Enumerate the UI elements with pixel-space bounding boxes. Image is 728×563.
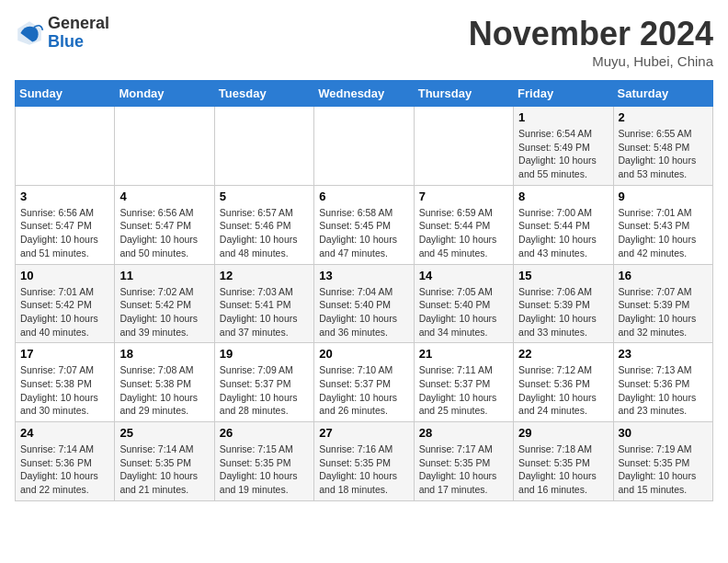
day-number: 1	[518, 110, 608, 124]
day-number: 25	[119, 426, 209, 440]
day-info: Sunrise: 6:54 AM Sunset: 5:49 PM Dayligh…	[518, 127, 608, 181]
day-info: Sunrise: 7:14 AM Sunset: 5:36 PM Dayligh…	[20, 442, 109, 497]
day-info: Sunrise: 7:03 AM Sunset: 5:41 PM Dayligh…	[220, 285, 309, 339]
calendar-cell: 19Sunrise: 7:09 AM Sunset: 5:37 PM Dayli…	[214, 343, 313, 422]
calendar-cell: 22Sunrise: 7:12 AM Sunset: 5:36 PM Dayli…	[514, 343, 613, 422]
day-number: 16	[619, 269, 708, 282]
calendar-cell: 4Sunrise: 6:56 AM Sunset: 5:47 PM Daylig…	[115, 185, 214, 264]
day-number: 13	[319, 269, 408, 282]
day-number: 4	[119, 190, 209, 203]
calendar-cell: 24Sunrise: 7:14 AM Sunset: 5:36 PM Dayli…	[16, 422, 115, 501]
day-info: Sunrise: 6:56 AM Sunset: 5:47 PM Dayligh…	[119, 206, 209, 260]
calendar-cell: 10Sunrise: 7:01 AM Sunset: 5:42 PM Dayli…	[16, 264, 115, 343]
calendar-cell: 26Sunrise: 7:15 AM Sunset: 5:35 PM Dayli…	[214, 422, 313, 501]
calendar-cell: 15Sunrise: 7:06 AM Sunset: 5:39 PM Dayli…	[514, 264, 613, 343]
day-info: Sunrise: 7:01 AM Sunset: 5:42 PM Dayligh…	[20, 285, 109, 339]
calendar-cell: 25Sunrise: 7:14 AM Sunset: 5:35 PM Dayli…	[115, 422, 214, 501]
calendar-table: SundayMondayTuesdayWednesdayThursdayFrid…	[15, 80, 713, 501]
day-info: Sunrise: 6:57 AM Sunset: 5:46 PM Dayligh…	[220, 206, 309, 260]
column-header-wednesday: Wednesday	[314, 81, 414, 107]
day-info: Sunrise: 7:14 AM Sunset: 5:35 PM Dayligh…	[119, 442, 209, 497]
calendar-cell: 13Sunrise: 7:04 AM Sunset: 5:40 PM Dayli…	[314, 264, 414, 343]
calendar-cell: 23Sunrise: 7:13 AM Sunset: 5:36 PM Dayli…	[613, 343, 712, 422]
day-number: 21	[419, 347, 508, 361]
day-number: 30	[619, 426, 708, 440]
calendar-week-4: 17Sunrise: 7:07 AM Sunset: 5:38 PM Dayli…	[16, 343, 713, 422]
calendar-cell: 5Sunrise: 6:57 AM Sunset: 5:46 PM Daylig…	[214, 185, 313, 264]
day-info: Sunrise: 7:13 AM Sunset: 5:36 PM Dayligh…	[619, 363, 708, 418]
day-info: Sunrise: 7:19 AM Sunset: 5:35 PM Dayligh…	[619, 442, 708, 497]
calendar-cell: 28Sunrise: 7:17 AM Sunset: 5:35 PM Dayli…	[414, 422, 513, 501]
day-info: Sunrise: 7:16 AM Sunset: 5:35 PM Dayligh…	[319, 442, 408, 497]
day-info: Sunrise: 7:07 AM Sunset: 5:38 PM Dayligh…	[20, 363, 109, 418]
day-number: 8	[518, 190, 608, 203]
location-subtitle: Muyu, Hubei, China	[469, 53, 713, 69]
day-info: Sunrise: 7:05 AM Sunset: 5:40 PM Dayligh…	[419, 285, 508, 339]
logo: General Blue	[15, 15, 109, 52]
column-header-thursday: Thursday	[414, 81, 513, 107]
day-info: Sunrise: 7:17 AM Sunset: 5:35 PM Dayligh…	[419, 442, 508, 497]
day-info: Sunrise: 7:18 AM Sunset: 5:35 PM Dayligh…	[518, 442, 608, 497]
calendar-week-3: 10Sunrise: 7:01 AM Sunset: 5:42 PM Dayli…	[16, 264, 713, 343]
calendar-cell: 14Sunrise: 7:05 AM Sunset: 5:40 PM Dayli…	[414, 264, 513, 343]
calendar-cell: 21Sunrise: 7:11 AM Sunset: 5:37 PM Dayli…	[414, 343, 513, 422]
column-header-tuesday: Tuesday	[214, 81, 313, 107]
day-number: 24	[20, 426, 109, 440]
calendar-cell: 1Sunrise: 6:54 AM Sunset: 5:49 PM Daylig…	[514, 107, 613, 186]
day-number: 27	[319, 426, 408, 440]
logo-text: General Blue	[48, 15, 109, 52]
calendar-cell: 29Sunrise: 7:18 AM Sunset: 5:35 PM Dayli…	[514, 422, 613, 501]
day-number: 20	[319, 347, 408, 361]
calendar-cell: 30Sunrise: 7:19 AM Sunset: 5:35 PM Dayli…	[613, 422, 712, 501]
logo-general-text: General	[48, 15, 109, 33]
logo-icon	[15, 18, 44, 48]
day-number: 2	[619, 110, 708, 124]
calendar-cell: 2Sunrise: 6:55 AM Sunset: 5:48 PM Daylig…	[613, 107, 712, 186]
column-header-sunday: Sunday	[16, 81, 115, 107]
calendar-cell: 18Sunrise: 7:08 AM Sunset: 5:38 PM Dayli…	[115, 343, 214, 422]
calendar-cell	[314, 107, 414, 186]
day-number: 12	[220, 269, 309, 282]
day-info: Sunrise: 7:12 AM Sunset: 5:36 PM Dayligh…	[518, 363, 608, 418]
day-number: 14	[419, 269, 508, 282]
day-number: 28	[419, 426, 508, 440]
column-header-monday: Monday	[115, 81, 214, 107]
calendar-cell: 3Sunrise: 6:56 AM Sunset: 5:47 PM Daylig…	[16, 185, 115, 264]
day-number: 26	[220, 426, 309, 440]
day-number: 3	[20, 190, 109, 203]
day-info: Sunrise: 7:06 AM Sunset: 5:39 PM Dayligh…	[518, 285, 608, 339]
day-info: Sunrise: 7:10 AM Sunset: 5:37 PM Dayligh…	[319, 363, 408, 418]
calendar-week-5: 24Sunrise: 7:14 AM Sunset: 5:36 PM Dayli…	[16, 422, 713, 501]
calendar-cell: 16Sunrise: 7:07 AM Sunset: 5:39 PM Dayli…	[613, 264, 712, 343]
logo-blue-text: Blue	[48, 33, 109, 52]
day-number: 7	[419, 190, 508, 203]
day-number: 11	[119, 269, 209, 282]
calendar-cell: 8Sunrise: 7:00 AM Sunset: 5:44 PM Daylig…	[514, 185, 613, 264]
calendar-cell: 27Sunrise: 7:16 AM Sunset: 5:35 PM Dayli…	[314, 422, 414, 501]
day-info: Sunrise: 7:02 AM Sunset: 5:42 PM Dayligh…	[119, 285, 209, 339]
calendar-cell: 12Sunrise: 7:03 AM Sunset: 5:41 PM Dayli…	[214, 264, 313, 343]
calendar-cell: 6Sunrise: 6:58 AM Sunset: 5:45 PM Daylig…	[314, 185, 414, 264]
calendar-week-2: 3Sunrise: 6:56 AM Sunset: 5:47 PM Daylig…	[16, 185, 713, 264]
day-info: Sunrise: 6:55 AM Sunset: 5:48 PM Dayligh…	[619, 127, 708, 181]
day-number: 10	[20, 269, 109, 282]
calendar-cell: 9Sunrise: 7:01 AM Sunset: 5:43 PM Daylig…	[613, 185, 712, 264]
calendar-cell: 11Sunrise: 7:02 AM Sunset: 5:42 PM Dayli…	[115, 264, 214, 343]
calendar-cell: 17Sunrise: 7:07 AM Sunset: 5:38 PM Dayli…	[16, 343, 115, 422]
page-header: General Blue November 2024 Muyu, Hubei, …	[15, 15, 713, 69]
day-info: Sunrise: 7:04 AM Sunset: 5:40 PM Dayligh…	[319, 285, 408, 339]
calendar-cell: 20Sunrise: 7:10 AM Sunset: 5:37 PM Dayli…	[314, 343, 414, 422]
day-number: 15	[518, 269, 608, 282]
calendar-cell	[115, 107, 214, 186]
day-info: Sunrise: 7:00 AM Sunset: 5:44 PM Dayligh…	[518, 206, 608, 260]
day-number: 19	[220, 347, 309, 361]
day-number: 18	[119, 347, 209, 361]
day-number: 5	[220, 190, 309, 203]
column-header-friday: Friday	[514, 81, 613, 107]
day-info: Sunrise: 7:01 AM Sunset: 5:43 PM Dayligh…	[619, 206, 708, 260]
calendar-week-1: 1Sunrise: 6:54 AM Sunset: 5:49 PM Daylig…	[16, 107, 713, 186]
day-number: 22	[518, 347, 608, 361]
day-number: 9	[619, 190, 708, 203]
column-header-saturday: Saturday	[613, 81, 712, 107]
day-info: Sunrise: 6:58 AM Sunset: 5:45 PM Dayligh…	[319, 206, 408, 260]
